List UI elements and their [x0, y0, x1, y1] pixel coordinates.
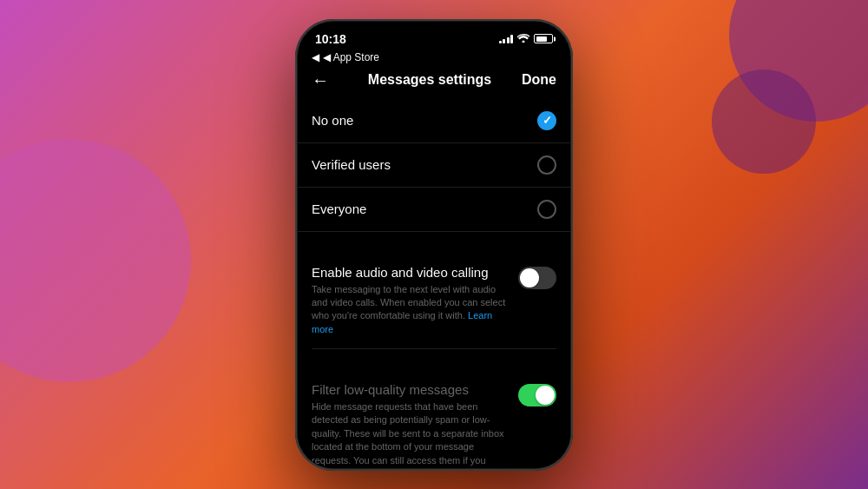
filter-toggle[interactable] — [518, 384, 556, 406]
option-no-one-label: No one — [312, 113, 353, 128]
checkmark-icon: ✓ — [542, 114, 552, 127]
radio-verified[interactable] — [537, 155, 556, 175]
signal-bars-icon — [499, 34, 514, 43]
battery-icon — [534, 34, 553, 43]
wifi-icon — [517, 33, 529, 45]
done-button[interactable]: Done — [522, 72, 556, 88]
filter-toggle-row: Filter low-quality messages Hide message… — [298, 370, 570, 467]
audio-video-toggle[interactable] — [518, 267, 556, 289]
filter-content: Filter low-quality messages Hide message… — [312, 382, 508, 467]
status-icons — [499, 33, 554, 45]
signal-bar-1 — [499, 41, 502, 43]
battery-fill — [536, 36, 548, 42]
audio-video-content: Enable audio and video calling Take mess… — [312, 265, 508, 337]
option-everyone[interactable]: Everyone — [298, 188, 570, 232]
filter-title: Filter low-quality messages — [312, 382, 508, 397]
audio-video-learn-more[interactable]: Learn more — [312, 310, 492, 334]
signal-bar-2 — [503, 39, 505, 43]
section-gap-2 — [298, 349, 570, 370]
audio-video-title: Enable audio and video calling — [312, 265, 508, 280]
phone-screen: 10:18 — [298, 22, 570, 468]
back-button[interactable]: ← — [312, 70, 338, 90]
status-time: 10:18 — [315, 32, 346, 46]
option-no-one[interactable]: No one ✓ — [298, 99, 570, 143]
signal-bar-4 — [510, 35, 513, 43]
audio-video-desc: Take messaging to the next level with au… — [312, 283, 508, 337]
bg-decoration-bottom-right — [712, 69, 816, 174]
option-verified-label: Verified users — [312, 157, 391, 172]
phone-frame: 10:18 — [295, 19, 573, 471]
message-options-group: No one ✓ Verified users Everyone — [298, 99, 570, 232]
option-everyone-label: Everyone — [312, 202, 366, 216]
toggle-thumb-audio — [520, 268, 539, 287]
toggle-thumb-filter — [536, 386, 555, 405]
radio-everyone[interactable] — [537, 200, 556, 219]
back-arrow-small: ◀ — [312, 51, 319, 63]
back-store-label: ◀ App Store — [323, 51, 379, 63]
filter-desc: Hide message requests that have been det… — [312, 400, 508, 467]
radio-no-one[interactable]: ✓ — [537, 111, 556, 130]
screen-content: No one ✓ Verified users Everyone — [298, 99, 570, 468]
dynamic-island — [395, 30, 473, 55]
option-verified-users[interactable]: Verified users — [298, 143, 570, 188]
nav-bar: ← Messages settings Done — [298, 67, 570, 99]
section-gap-1 — [298, 232, 570, 253]
signal-bar-3 — [507, 37, 510, 43]
audio-video-toggle-row: Enable audio and video calling Take mess… — [298, 253, 570, 349]
phone-container: 10:18 — [295, 19, 573, 471]
page-title: Messages settings — [368, 72, 491, 88]
